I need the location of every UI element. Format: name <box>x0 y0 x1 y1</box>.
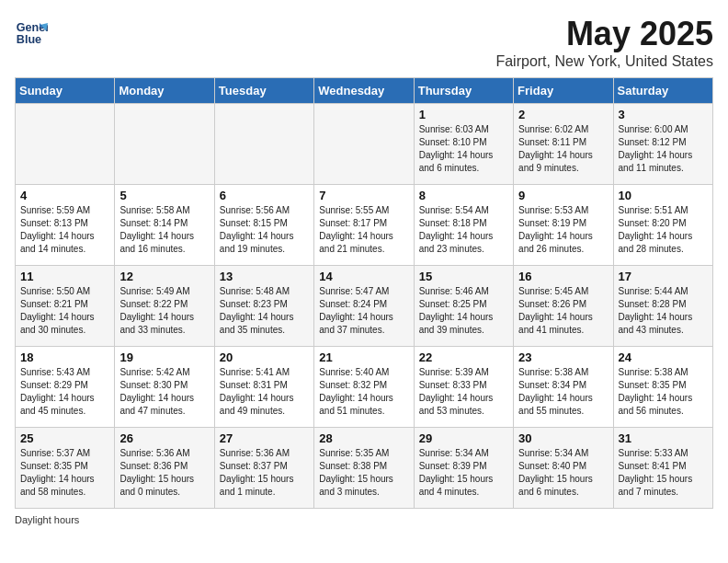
day-number: 17 <box>619 270 708 283</box>
calendar-cell: 15Sunrise: 5:46 AM Sunset: 8:25 PM Dayli… <box>414 266 513 347</box>
calendar-cell: 9Sunrise: 5:53 AM Sunset: 8:19 PM Daylig… <box>514 185 613 266</box>
day-info: Sunrise: 5:45 AM Sunset: 8:26 PM Dayligh… <box>518 285 608 337</box>
calendar-body: 1Sunrise: 6:03 AM Sunset: 8:10 PM Daylig… <box>16 104 713 509</box>
day-number: 18 <box>20 350 109 364</box>
day-info: Sunrise: 5:40 AM Sunset: 8:32 PM Dayligh… <box>319 366 408 418</box>
calendar-cell: 12Sunrise: 5:49 AM Sunset: 8:22 PM Dayli… <box>115 266 214 347</box>
title-block: May 2025 Fairport, New York, United Stat… <box>495 15 713 70</box>
day-number: 12 <box>119 270 209 283</box>
day-number: 19 <box>119 350 209 364</box>
calendar-cell: 22Sunrise: 5:39 AM Sunset: 8:33 PM Dayli… <box>414 347 513 428</box>
day-info: Sunrise: 5:39 AM Sunset: 8:33 PM Dayligh… <box>419 366 508 418</box>
calendar-cell: 14Sunrise: 5:47 AM Sunset: 8:24 PM Dayli… <box>314 266 414 347</box>
day-info: Sunrise: 6:03 AM Sunset: 8:10 PM Dayligh… <box>419 123 508 175</box>
calendar-cell: 24Sunrise: 5:38 AM Sunset: 8:35 PM Dayli… <box>613 347 712 428</box>
day-info: Sunrise: 5:48 AM Sunset: 8:23 PM Dayligh… <box>220 285 309 337</box>
day-info: Sunrise: 5:38 AM Sunset: 8:34 PM Dayligh… <box>518 366 608 418</box>
calendar-cell: 30Sunrise: 5:34 AM Sunset: 8:40 PM Dayli… <box>514 428 613 509</box>
calendar-cell: 29Sunrise: 5:34 AM Sunset: 8:39 PM Dayli… <box>414 428 513 509</box>
calendar-cell <box>314 104 414 185</box>
weekday-row: SundayMondayTuesdayWednesdayThursdayFrid… <box>16 78 713 104</box>
day-number: 11 <box>20 270 109 283</box>
day-number: 6 <box>220 189 309 202</box>
day-info: Sunrise: 5:36 AM Sunset: 8:36 PM Dayligh… <box>119 447 209 499</box>
weekday-header: Thursday <box>414 78 513 104</box>
day-info: Sunrise: 5:44 AM Sunset: 8:28 PM Dayligh… <box>619 285 708 337</box>
day-info: Sunrise: 5:49 AM Sunset: 8:22 PM Dayligh… <box>119 285 209 337</box>
calendar-cell: 2Sunrise: 6:02 AM Sunset: 8:11 PM Daylig… <box>514 104 613 185</box>
day-info: Sunrise: 5:34 AM Sunset: 8:39 PM Dayligh… <box>419 447 508 499</box>
calendar-cell: 21Sunrise: 5:40 AM Sunset: 8:32 PM Dayli… <box>314 347 414 428</box>
day-info: Sunrise: 5:35 AM Sunset: 8:38 PM Dayligh… <box>319 447 408 499</box>
day-info: Sunrise: 5:59 AM Sunset: 8:13 PM Dayligh… <box>20 204 109 256</box>
day-info: Sunrise: 5:51 AM Sunset: 8:20 PM Dayligh… <box>619 204 708 256</box>
day-number: 9 <box>518 189 608 202</box>
day-info: Sunrise: 5:54 AM Sunset: 8:18 PM Dayligh… <box>419 204 508 256</box>
calendar-cell <box>16 104 115 185</box>
day-number: 5 <box>119 189 209 202</box>
weekday-header: Sunday <box>16 78 115 104</box>
day-number: 10 <box>619 189 708 202</box>
calendar-cell: 17Sunrise: 5:44 AM Sunset: 8:28 PM Dayli… <box>613 266 712 347</box>
day-info: Sunrise: 6:02 AM Sunset: 8:11 PM Dayligh… <box>518 123 608 175</box>
calendar-week-row: 11Sunrise: 5:50 AM Sunset: 8:21 PM Dayli… <box>16 266 713 347</box>
calendar-cell: 25Sunrise: 5:37 AM Sunset: 8:35 PM Dayli… <box>16 428 115 509</box>
calendar-cell: 23Sunrise: 5:38 AM Sunset: 8:34 PM Dayli… <box>514 347 613 428</box>
calendar-week-row: 18Sunrise: 5:43 AM Sunset: 8:29 PM Dayli… <box>16 347 713 428</box>
calendar-cell: 4Sunrise: 5:59 AM Sunset: 8:13 PM Daylig… <box>16 185 115 266</box>
calendar-cell: 31Sunrise: 5:33 AM Sunset: 8:41 PM Dayli… <box>613 428 712 509</box>
calendar-cell: 1Sunrise: 6:03 AM Sunset: 8:10 PM Daylig… <box>414 104 513 185</box>
weekday-header: Monday <box>115 78 214 104</box>
day-info: Sunrise: 5:42 AM Sunset: 8:30 PM Dayligh… <box>119 366 209 418</box>
day-number: 23 <box>518 350 608 364</box>
weekday-header: Friday <box>514 78 613 104</box>
calendar-cell: 26Sunrise: 5:36 AM Sunset: 8:36 PM Dayli… <box>115 428 214 509</box>
calendar-cell <box>214 104 313 185</box>
day-number: 25 <box>20 431 109 445</box>
day-number: 13 <box>220 270 309 283</box>
day-info: Sunrise: 5:58 AM Sunset: 8:14 PM Dayligh… <box>119 204 209 256</box>
day-number: 8 <box>419 189 508 202</box>
logo: General Blue <box>15 15 48 48</box>
weekday-header: Tuesday <box>214 78 313 104</box>
day-number: 27 <box>220 431 309 445</box>
calendar-cell: 18Sunrise: 5:43 AM Sunset: 8:29 PM Dayli… <box>16 347 115 428</box>
day-info: Sunrise: 5:37 AM Sunset: 8:35 PM Dayligh… <box>20 447 109 499</box>
day-info: Sunrise: 5:50 AM Sunset: 8:21 PM Dayligh… <box>20 285 109 337</box>
weekday-header: Wednesday <box>314 78 414 104</box>
svg-text:Blue: Blue <box>17 33 41 46</box>
day-number: 22 <box>419 350 508 364</box>
calendar-cell: 20Sunrise: 5:41 AM Sunset: 8:31 PM Dayli… <box>214 347 313 428</box>
day-info: Sunrise: 5:41 AM Sunset: 8:31 PM Dayligh… <box>220 366 309 418</box>
day-number: 31 <box>619 431 708 445</box>
day-number: 30 <box>518 431 608 445</box>
day-number: 16 <box>518 270 608 283</box>
day-info: Sunrise: 5:36 AM Sunset: 8:37 PM Dayligh… <box>220 447 309 499</box>
day-number: 15 <box>419 270 508 283</box>
calendar-cell: 7Sunrise: 5:55 AM Sunset: 8:17 PM Daylig… <box>314 185 414 266</box>
calendar-week-row: 4Sunrise: 5:59 AM Sunset: 8:13 PM Daylig… <box>16 185 713 266</box>
calendar-week-row: 25Sunrise: 5:37 AM Sunset: 8:35 PM Dayli… <box>16 428 713 509</box>
day-info: Sunrise: 5:33 AM Sunset: 8:41 PM Dayligh… <box>619 447 708 499</box>
calendar-cell: 28Sunrise: 5:35 AM Sunset: 8:38 PM Dayli… <box>314 428 414 509</box>
weekday-header: Saturday <box>613 78 712 104</box>
day-info: Sunrise: 5:46 AM Sunset: 8:25 PM Dayligh… <box>419 285 508 337</box>
day-number: 7 <box>319 189 408 202</box>
day-info: Sunrise: 5:53 AM Sunset: 8:19 PM Dayligh… <box>518 204 608 256</box>
day-number: 2 <box>518 108 608 121</box>
calendar-cell: 16Sunrise: 5:45 AM Sunset: 8:26 PM Dayli… <box>514 266 613 347</box>
calendar-cell: 19Sunrise: 5:42 AM Sunset: 8:30 PM Dayli… <box>115 347 214 428</box>
calendar-table: SundayMondayTuesdayWednesdayThursdayFrid… <box>15 77 713 509</box>
day-info: Sunrise: 5:34 AM Sunset: 8:40 PM Dayligh… <box>518 447 608 499</box>
day-number: 3 <box>619 108 708 121</box>
day-number: 29 <box>419 431 508 445</box>
legend: Daylight hours <box>15 514 713 525</box>
calendar-cell: 10Sunrise: 5:51 AM Sunset: 8:20 PM Dayli… <box>613 185 712 266</box>
day-info: Sunrise: 5:43 AM Sunset: 8:29 PM Dayligh… <box>20 366 109 418</box>
day-number: 21 <box>319 350 408 364</box>
calendar-cell: 5Sunrise: 5:58 AM Sunset: 8:14 PM Daylig… <box>115 185 214 266</box>
subtitle: Fairport, New York, United States <box>495 53 713 70</box>
calendar-cell: 13Sunrise: 5:48 AM Sunset: 8:23 PM Dayli… <box>214 266 313 347</box>
calendar-cell: 8Sunrise: 5:54 AM Sunset: 8:18 PM Daylig… <box>414 185 513 266</box>
day-info: Sunrise: 5:56 AM Sunset: 8:15 PM Dayligh… <box>220 204 309 256</box>
